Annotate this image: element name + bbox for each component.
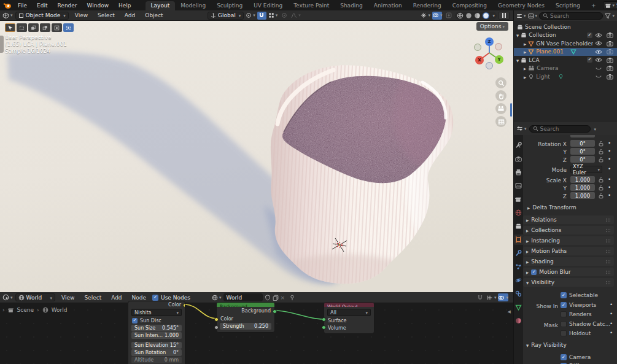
background-output-socket[interactable] — [273, 309, 277, 314]
copy-datablock-icon[interactable] — [273, 295, 279, 301]
animate-dot[interactable] — [610, 320, 613, 327]
menu-file[interactable]: File — [14, 2, 31, 9]
panel-shading[interactable]: Shading — [523, 257, 614, 266]
animate-dot[interactable] — [608, 140, 611, 146]
gizmo-axis-neg-x[interactable] — [495, 43, 502, 50]
breadcrumb-scene[interactable]: Scene — [17, 307, 34, 313]
sky-type-dropdown[interactable]: Nishita — [131, 309, 182, 316]
drag-handle-icon[interactable] — [605, 228, 611, 233]
holdout-checkbox[interactable] — [561, 330, 567, 336]
outliner-row-scene-collection[interactable]: Scene Collection — [514, 23, 617, 31]
viewport-scrollbar[interactable] — [510, 103, 512, 117]
tab-modeling[interactable]: Modeling — [175, 1, 211, 10]
world-browse-icon[interactable] — [212, 295, 222, 301]
animate-dot[interactable] — [608, 156, 611, 162]
background-node[interactable]: Background Background Color Strength0.25… — [216, 302, 275, 333]
vp-menu-object[interactable]: Object — [141, 12, 166, 18]
outliner-row-gn-vase[interactable]: GN Vase Placeholder — [514, 39, 617, 47]
tab-modifiers[interactable] — [514, 248, 523, 258]
tab-scripting[interactable]: Scripting — [550, 1, 586, 10]
tab-rendering[interactable]: Rendering — [408, 1, 447, 10]
use-nodes-checkbox[interactable] — [152, 295, 158, 301]
select-mode-set-button[interactable] — [17, 23, 27, 32]
ray-visibility-camera-row[interactable]: Camera — [561, 354, 591, 360]
panel-delta-transform[interactable]: Delta Transform — [527, 204, 576, 211]
strength-field[interactable]: Strength0.250 — [220, 323, 271, 330]
node-snap-target-button[interactable] — [487, 293, 497, 301]
snap-toggle-button[interactable] — [257, 12, 266, 20]
ray-camera-checkbox[interactable] — [561, 354, 567, 360]
node-menu-add[interactable]: Add — [107, 295, 125, 301]
outliner-row-camera[interactable]: Camera — [514, 64, 617, 72]
tab-particles[interactable] — [514, 261, 523, 272]
tab-layout[interactable]: Layout — [146, 1, 176, 10]
panel-motion-blur[interactable]: Motion Blur — [523, 268, 614, 276]
collection-exclude-checkbox[interactable] — [587, 33, 592, 38]
altitude-field[interactable]: Altitude0 mm — [131, 357, 182, 363]
lock-icon[interactable] — [599, 149, 603, 155]
lock-icon[interactable] — [599, 141, 603, 147]
output-target-dropdown[interactable]: All — [327, 309, 371, 316]
outliner-row-light[interactable]: Light — [514, 72, 617, 80]
select-mode-intersect-button[interactable] — [63, 23, 74, 32]
tab-geometry-nodes[interactable]: Geometry Nodes — [492, 1, 550, 10]
tab-world[interactable] — [514, 207, 523, 218]
breadcrumb-world[interactable]: World — [52, 307, 68, 313]
animate-dot[interactable] — [608, 184, 611, 190]
outliner-row-collection[interactable]: Collection — [514, 31, 617, 39]
volume-input-socket[interactable] — [322, 325, 326, 330]
selectable-checkbox[interactable] — [561, 292, 567, 298]
tab-shading[interactable]: Shading — [335, 1, 368, 10]
menu-window[interactable]: Window — [83, 2, 114, 9]
disable-render-icon[interactable] — [607, 74, 613, 80]
sun-size-field[interactable]: Sun Size0.545° — [131, 325, 182, 331]
expand-icon[interactable] — [516, 32, 519, 38]
n-panel-collapsed-arrow[interactable]: ◀ — [508, 309, 511, 314]
mask-holdout-row[interactable]: Holdout — [561, 330, 591, 336]
node-snap-toggle-button[interactable] — [476, 293, 485, 301]
viewport-canvas[interactable]: User Perspective (1.65) LCA | Plane.001 … — [0, 21, 513, 292]
node-menu-select[interactable]: Select — [80, 295, 105, 301]
move-view-button[interactable] — [495, 90, 506, 101]
disable-render-icon[interactable] — [607, 57, 613, 63]
shading-solid-button[interactable] — [465, 12, 472, 19]
node-menu-view[interactable]: View — [58, 295, 78, 301]
hidden-viewport-icon[interactable] — [595, 74, 602, 79]
panel-ray-visibility[interactable]: Ray Visibility — [526, 342, 567, 348]
select-mode-subtract-button[interactable] — [40, 23, 50, 32]
pivot-point-button[interactable] — [246, 12, 255, 20]
vp-menu-add[interactable]: Add — [121, 12, 139, 18]
add-workspace-button[interactable]: + — [586, 1, 602, 10]
blender-logo-icon[interactable] — [2, 2, 12, 9]
pin-icon[interactable] — [289, 295, 295, 301]
shading-wireframe-button[interactable] — [457, 12, 464, 19]
scene-selector[interactable]: Scene — [603, 1, 617, 9]
lock-icon[interactable] — [599, 177, 603, 183]
show-in-renders-row[interactable]: Renders — [561, 311, 592, 317]
panel-relations[interactable]: Relations — [523, 215, 614, 224]
geometry-nodes-modifier-icon[interactable] — [570, 48, 576, 55]
gizmo-axis-y[interactable]: Y — [495, 55, 503, 64]
scene-browse-icon[interactable] — [605, 2, 615, 9]
navigation-gizmo[interactable]: Z X Y — [467, 33, 512, 72]
lock-icon[interactable] — [599, 157, 603, 163]
orientation-dropdown[interactable]: Global — [208, 12, 244, 20]
rotation-x-field[interactable]: 0° — [570, 140, 595, 147]
disable-render-icon[interactable] — [607, 41, 613, 47]
shading-rendered-button[interactable] — [483, 12, 489, 19]
tab-compositing[interactable]: Compositing — [447, 1, 492, 10]
panel-motion-paths[interactable]: Motion Paths — [523, 247, 614, 255]
sun-disc-row[interactable]: Sun Disc — [128, 317, 185, 324]
gizmo-axis-z[interactable]: Z — [485, 37, 494, 46]
node-overlays-button[interactable] — [498, 293, 508, 301]
tab-constraints[interactable] — [514, 288, 523, 299]
scale-x-field[interactable]: 1.000 — [570, 176, 595, 183]
collection-exclude-checkbox[interactable] — [587, 57, 592, 63]
proportional-edit-button[interactable] — [279, 12, 289, 20]
properties-options-chevron-icon[interactable] — [593, 126, 597, 132]
drag-handle-icon[interactable] — [605, 260, 611, 264]
panel-visibility[interactable]: Visibility — [523, 278, 614, 287]
expand-icon[interactable] — [516, 57, 519, 63]
animate-dot[interactable] — [610, 330, 613, 336]
world-output-node[interactable]: World Output All Surface Volume — [324, 302, 374, 334]
